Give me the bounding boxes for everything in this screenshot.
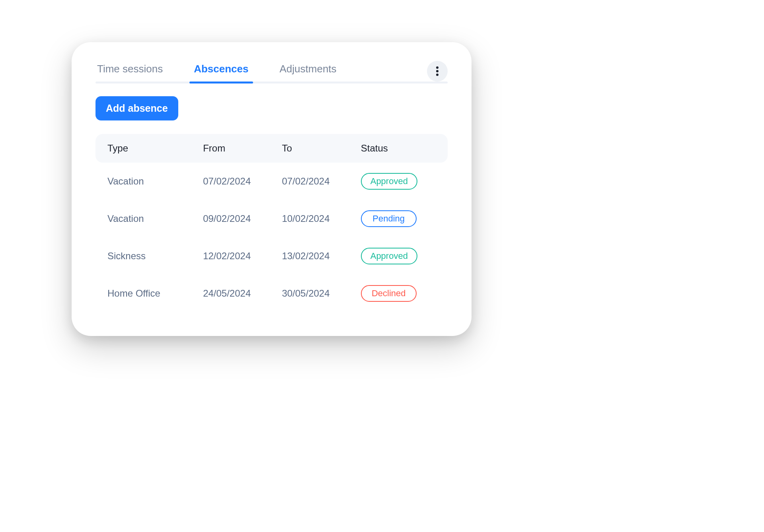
cell-to: 13/02/2024: [282, 250, 357, 262]
add-absence-button[interactable]: Add absence: [96, 96, 178, 120]
col-from: From: [203, 143, 278, 154]
table-row[interactable]: Home Office 24/05/2024 30/05/2024 Declin…: [107, 275, 436, 312]
cell-type: Vacation: [107, 176, 199, 187]
cell-to: 07/02/2024: [282, 176, 357, 187]
status-badge: Approved: [361, 248, 417, 264]
cell-status: Declined: [361, 285, 436, 302]
cell-from: 12/02/2024: [203, 250, 278, 262]
tabs-underline: [96, 82, 448, 83]
cell-type: Home Office: [107, 288, 199, 299]
cell-status: Approved: [361, 248, 436, 264]
table-row[interactable]: Vacation 07/02/2024 07/02/2024 Approved: [107, 163, 436, 200]
col-type: Type: [107, 143, 199, 154]
status-badge: Declined: [361, 285, 417, 302]
cell-from: 09/02/2024: [203, 213, 278, 224]
table-body: Vacation 07/02/2024 07/02/2024 Approved …: [96, 163, 448, 312]
cell-status: Approved: [361, 173, 436, 190]
status-badge: Pending: [361, 210, 417, 227]
cell-type: Sickness: [107, 250, 199, 262]
cell-from: 07/02/2024: [203, 176, 278, 187]
status-badge: Approved: [361, 173, 417, 190]
table-header: Type From To Status: [96, 134, 448, 163]
tab-adjustments[interactable]: Adjustments: [278, 60, 338, 82]
cell-to: 10/02/2024: [282, 213, 357, 224]
cell-status: Pending: [361, 210, 436, 227]
svg-point-2: [436, 74, 439, 76]
col-to: To: [282, 143, 357, 154]
tab-time-sessions[interactable]: Time sessions: [96, 60, 164, 82]
table-row[interactable]: Vacation 09/02/2024 10/02/2024 Pending: [107, 200, 436, 237]
active-tab-indicator: [189, 82, 253, 83]
tab-absences[interactable]: Abscences: [192, 60, 250, 82]
table-row[interactable]: Sickness 12/02/2024 13/02/2024 Approved: [107, 237, 436, 275]
more-menu-button[interactable]: [427, 61, 448, 82]
tabs: Time sessions Abscences Adjustments: [96, 60, 419, 82]
more-vertical-icon: [436, 66, 439, 76]
absences-card: Time sessions Abscences Adjustments Add …: [72, 42, 472, 336]
svg-point-0: [436, 66, 439, 69]
svg-point-1: [436, 70, 439, 72]
cell-type: Vacation: [107, 213, 199, 224]
tabs-row: Time sessions Abscences Adjustments: [96, 60, 448, 82]
col-status: Status: [361, 143, 436, 154]
cell-from: 24/05/2024: [203, 288, 278, 299]
cell-to: 30/05/2024: [282, 288, 357, 299]
absences-table: Type From To Status Vacation 07/02/2024 …: [96, 134, 448, 312]
